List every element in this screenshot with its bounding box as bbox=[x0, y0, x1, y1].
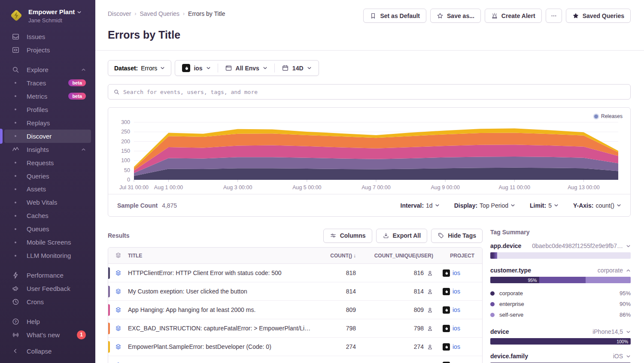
tag-distribution-bar[interactable]: 95% bbox=[490, 277, 631, 283]
y-axis-control[interactable]: Y-Axis:count() bbox=[573, 202, 621, 209]
sidebar-item-assets[interactable]: Assets bbox=[4, 182, 91, 196]
breadcrumb-discover[interactable]: Discover bbox=[108, 10, 131, 17]
chart-legend[interactable]: Releases bbox=[594, 113, 623, 119]
button-label: Create Alert bbox=[501, 12, 535, 19]
bullet-icon bbox=[11, 132, 20, 140]
table-row[interactable]: EmpowerPlant.SampleError: happyCustomer … bbox=[108, 356, 482, 363]
column-project[interactable]: PROJECT bbox=[443, 253, 482, 259]
interval-control[interactable]: Interval:1d bbox=[401, 202, 440, 209]
tag-header-customer-type[interactable]: customer.typecorporate bbox=[490, 267, 631, 274]
sidebar-item-help[interactable]: ?Help bbox=[4, 315, 91, 328]
sidebar-item-mobile-screens[interactable]: Mobile Screens bbox=[4, 236, 91, 249]
project-cell[interactable]: ios bbox=[443, 288, 482, 295]
tag-legend-row[interactable]: enterprise90% bbox=[490, 299, 631, 309]
event-title-link[interactable]: App Hanging: App hanging for at least 20… bbox=[128, 306, 317, 313]
table-row[interactable]: My Custom exeption: User clicked the but… bbox=[108, 282, 482, 301]
sidebar-item-crons[interactable]: Crons bbox=[4, 295, 91, 309]
sidebar-item-discover[interactable]: Discover bbox=[4, 130, 91, 143]
sort-desc-icon: ↓ bbox=[353, 253, 356, 259]
set-as-default-button[interactable]: Set as Default bbox=[363, 9, 426, 23]
sidebar-item-replays[interactable]: Replays bbox=[4, 116, 91, 130]
columns-button[interactable]: Columns bbox=[323, 229, 372, 243]
legend-percent: 86% bbox=[620, 312, 631, 318]
event-stack-icon[interactable] bbox=[108, 288, 128, 295]
event-title-link[interactable]: HTTPClientError: HTTP Client Error with … bbox=[128, 269, 317, 276]
sidebar-item-llm-monitoring[interactable]: LLM Monitoring bbox=[4, 249, 91, 262]
sidebar-item-insights[interactable]: Insights bbox=[4, 143, 91, 156]
limit-control[interactable]: Limit:5 bbox=[530, 202, 559, 209]
tag-header-app-device[interactable]: app.device0baebc0de4982f1255f2e9e9fb7… bbox=[490, 242, 631, 249]
column-title[interactable]: TITLE bbox=[128, 253, 317, 259]
sidebar-item-profiles[interactable]: Profiles bbox=[4, 103, 91, 116]
create-alert-button[interactable]: Create Alert bbox=[485, 9, 542, 23]
chart-area[interactable]: Releases 050100150200250300Jul 31 00:00A… bbox=[108, 108, 630, 194]
export-all-button[interactable]: Export All bbox=[376, 229, 428, 243]
event-title-link[interactable]: EmpowerPlant.SampleError: bestDeveloper … bbox=[128, 343, 317, 350]
tag-header-device[interactable]: deviceiPhone14,5 bbox=[490, 328, 631, 335]
sidebar-item-what-s-new[interactable]: What's new1 bbox=[4, 328, 91, 342]
table-row[interactable]: App Hanging: App hanging for at least 20… bbox=[108, 301, 482, 319]
event-title-link[interactable]: My Custom exeption: User clicked the but… bbox=[128, 288, 317, 295]
svg-text:Aug 1 00:00: Aug 1 00:00 bbox=[154, 185, 183, 191]
event-stack-icon[interactable] bbox=[108, 269, 128, 277]
sidebar-item-label: Assets bbox=[27, 185, 86, 193]
sidebar-item-label: Queries bbox=[27, 172, 86, 180]
sidebar-item-requests[interactable]: Requests bbox=[4, 156, 91, 169]
sidebar-item-explore[interactable]: Explore bbox=[4, 63, 91, 76]
bullet-icon bbox=[11, 238, 20, 247]
sidebar-item-queries[interactable]: Queries bbox=[4, 169, 91, 183]
org-switcher[interactable]: Empower Plant Jane Schmidt bbox=[0, 6, 95, 30]
hide-tags-button[interactable]: Hide Tags bbox=[431, 229, 483, 243]
event-stack-icon[interactable] bbox=[108, 306, 128, 314]
content: Dataset: Errors ios bbox=[95, 51, 644, 363]
legend-dot-icon bbox=[490, 302, 495, 306]
project-cell[interactable]: ios bbox=[443, 306, 482, 314]
sidebar-item-queues[interactable]: Queues bbox=[4, 222, 91, 236]
dataset-select[interactable]: Dataset: Errors bbox=[108, 60, 171, 76]
more-options-button[interactable] bbox=[546, 9, 562, 23]
environment-filter[interactable]: All Envs bbox=[218, 60, 274, 76]
button-label: Export All bbox=[393, 232, 421, 239]
sidebar-collapse-button[interactable]: Collapse bbox=[4, 344, 91, 358]
tag-distribution-bar[interactable] bbox=[490, 252, 631, 259]
saved-queries-button[interactable]: Saved Queries bbox=[566, 9, 631, 23]
org-logo-icon bbox=[9, 8, 24, 23]
display-control[interactable]: Display:Top Period bbox=[454, 202, 515, 209]
sidebar-item-caches[interactable]: Caches bbox=[4, 209, 91, 222]
header-actions: Set as DefaultSave as...Create AlertSave… bbox=[363, 9, 631, 23]
sidebar-item-web-vitals[interactable]: Web Vitals bbox=[4, 196, 91, 209]
sidebar-item-user-feedback[interactable]: User Feedback bbox=[4, 282, 91, 295]
event-stack-icon[interactable] bbox=[108, 325, 128, 332]
tag-distribution-bar[interactable]: 100% bbox=[490, 338, 631, 345]
column-count-unique[interactable]: COUNT_UNIQUE(USER) bbox=[362, 253, 443, 259]
tag-legend-row[interactable]: self-serve86% bbox=[490, 309, 631, 320]
event-title-link[interactable]: EXC_BAD_INSTRUCTION: captureFatalError: … bbox=[128, 325, 317, 332]
event-stack-icon[interactable] bbox=[108, 343, 128, 351]
tag-header-device-family[interactable]: device.familyiOS bbox=[490, 353, 631, 360]
sidebar-item-traces[interactable]: Tracesbeta bbox=[4, 76, 91, 90]
search-input[interactable] bbox=[123, 89, 625, 95]
breadcrumb-saved-queries[interactable]: Saved Queries bbox=[140, 10, 179, 17]
count-unique-value: 816 bbox=[414, 269, 424, 276]
table-row[interactable]: EmpowerPlant.SampleError: bestDeveloper … bbox=[108, 338, 482, 356]
stack-icon bbox=[108, 252, 128, 259]
project-filter[interactable]: ios bbox=[175, 60, 217, 76]
project-cell[interactable]: ios bbox=[443, 269, 482, 277]
column-count[interactable]: COUNT() ↓ bbox=[317, 253, 362, 259]
environment-value: All Envs bbox=[236, 65, 259, 72]
bullet-icon bbox=[11, 118, 20, 127]
sidebar-item-performance[interactable]: Performance bbox=[4, 269, 91, 282]
date-range-filter[interactable]: 14D bbox=[275, 60, 319, 76]
table-row[interactable]: EXC_BAD_INSTRUCTION: captureFatalError: … bbox=[108, 319, 482, 338]
tag-legend-row[interactable]: corporate95% bbox=[490, 288, 631, 299]
table-row[interactable]: HTTPClientError: HTTP Client Error with … bbox=[108, 264, 482, 282]
nav-section-gap bbox=[0, 309, 95, 315]
sidebar-item-metrics[interactable]: Metricsbeta bbox=[4, 90, 91, 103]
series-color-bar bbox=[108, 304, 110, 316]
sidebar-item-issues[interactable]: Issues bbox=[4, 30, 91, 43]
bullet-icon bbox=[11, 185, 20, 194]
project-cell[interactable]: ios bbox=[443, 343, 482, 351]
sidebar-item-projects[interactable]: Projects bbox=[4, 43, 91, 57]
save-as-button[interactable]: Save as... bbox=[430, 9, 481, 23]
project-cell[interactable]: ios bbox=[443, 325, 482, 332]
